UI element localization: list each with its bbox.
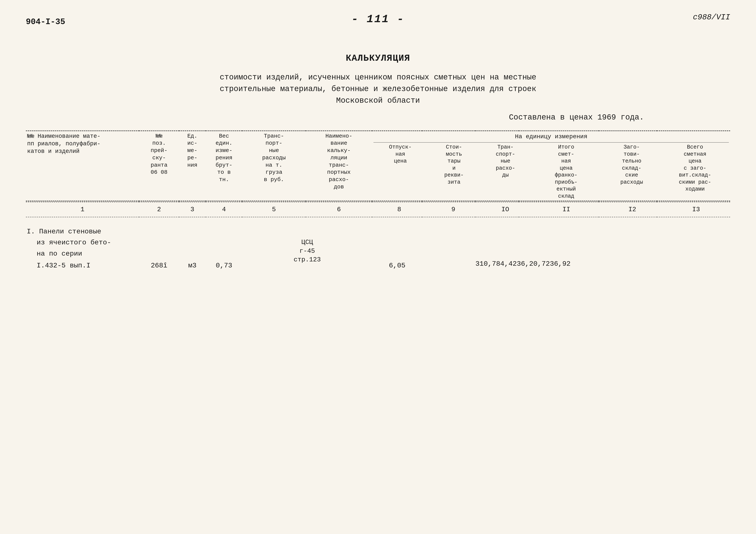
doc-code: с988/VII — [693, 13, 730, 22]
col-num-2: 2 — [139, 202, 179, 217]
kalkulyatsia-line1: ЦСЦ — [244, 238, 371, 247]
col2-header: №№поз.прей-ску-ранта06 08 — [139, 132, 179, 201]
col12-subheader: Заго-тови-тельносклад-скиерасходы — [613, 144, 650, 200]
composed-line: Составлена в ценах 1969 года. — [26, 113, 730, 122]
page-number: - 111 - — [351, 13, 405, 26]
pos-num: 268î — [139, 259, 179, 272]
col9-subheader: Стои-мостьтарыирекви-зита — [438, 144, 470, 200]
section-subtitle1: из ячеистого бето- — [26, 237, 242, 248]
col13-subheader: Всегосметнаяценас заго-вит.склад-скими р… — [672, 144, 717, 200]
col-num-6: 6 — [306, 202, 372, 217]
item-series: I.432-5 вып.I — [26, 259, 139, 272]
unit: м3 — [179, 259, 206, 272]
subtitle-line2: строительные материалы, бетонные и желез… — [26, 83, 730, 95]
kalkulyatsia-line3: стр.123 — [244, 255, 371, 264]
section-subtitle-row1: из ячеистого бето- ЦСЦ г-45 стр.123 — [26, 237, 730, 248]
col13-value: 36,92 — [550, 259, 571, 268]
col8-value: 31 — [475, 259, 484, 268]
col11-subheader: Итогосмет-наяценафранко-приобъ-ектныйскл… — [541, 144, 591, 200]
table-header-row: №№ Наименование мате-пп риалов, полуфабр… — [26, 132, 730, 201]
table-row: I.432-5 вып.I 268î м3 0,73 6,05 31 0,78 … — [26, 259, 730, 272]
col8-subheader: Отпуск-наяцена — [385, 144, 416, 200]
col-num-3: 3 — [179, 202, 206, 217]
col9-value: 0,78 — [484, 259, 500, 268]
col1-header: №№ Наименование мате-пп риалов, полуфабр… — [26, 132, 139, 201]
col4-header: Веседин.изме-рениябрут-то втн. — [205, 132, 242, 201]
col-num-1: 1 — [26, 202, 139, 217]
main-title: КАЛЬКУЛЯЦИЯ — [26, 52, 730, 65]
col5-header: Транс-порт-ныерасходына т.грузав руб. — [242, 132, 306, 201]
col-num-10: IO — [492, 205, 519, 214]
section-title: I. Панели стеновые — [26, 223, 730, 237]
col10-value: 4,42 — [500, 259, 517, 268]
col10-subheader: Тран-спорт-ныерасхо-ды — [492, 144, 519, 200]
column-numbers-row: 1 2 3 4 5 6 8 9 IO II I2 I3 — [26, 202, 730, 217]
section-subtitle2: на по серии — [26, 248, 242, 259]
col11-value: 36,2 — [517, 259, 533, 268]
col-num-5: 5 — [242, 202, 306, 217]
transport-cost: 6,05 — [372, 259, 422, 272]
col-num-8: 8 — [384, 205, 415, 214]
na-edinitsu-header: На единицу измерения Отпуск-наяцена Стои… — [372, 132, 730, 201]
col-num-4: 4 — [205, 202, 242, 217]
col-num-13: I3 — [673, 205, 719, 214]
col6-header: Наимено-ваниекальку-ляциитранс-портныхра… — [306, 132, 372, 201]
kalkulyatsia-line2: г-45 — [244, 247, 371, 256]
subtitle-line3: Московской области — [26, 95, 730, 107]
col-num-9: 9 — [438, 205, 469, 214]
weight: 0,73 — [205, 259, 242, 272]
col-num-12: I2 — [614, 205, 651, 214]
section-subtitle-row2: на по серии — [26, 248, 730, 259]
col-num-11: II — [542, 205, 591, 214]
col12-value: 0,72 — [533, 259, 550, 268]
col3-header: Ед.ис-ме-ре-ния — [179, 132, 206, 201]
section-title-row: I. Панели стеновые — [26, 223, 730, 237]
doc-number: 904-I-35 — [26, 17, 65, 26]
subtitle-line1: стоимости изделий, исученных ценником по… — [26, 72, 730, 83]
